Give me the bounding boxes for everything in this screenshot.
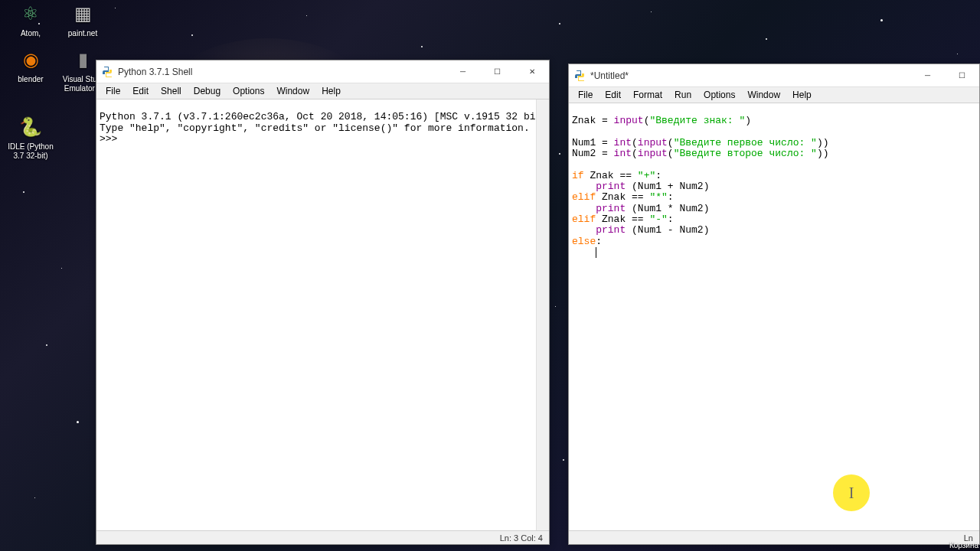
python-icon bbox=[101, 66, 113, 78]
menubar: File Edit Format Run Options Window Help bbox=[569, 87, 979, 103]
python-shell-window: Python 3.7.1 Shell ─ ☐ ✕ File Edit Shell… bbox=[96, 60, 550, 545]
paintnet-icon: ▦ bbox=[69, 0, 96, 28]
code-editor[interactable]: Znak = input("Введите знак: ") Num1 = in… bbox=[569, 103, 979, 530]
menu-format[interactable]: Format bbox=[627, 88, 668, 102]
editor-window: *Untitled* ─ ☐ File Edit Format Run Opti… bbox=[568, 64, 980, 545]
menu-debug[interactable]: Debug bbox=[188, 84, 227, 98]
desktop-icon-paintnet[interactable]: ▦paint.net bbox=[58, 0, 107, 38]
scrollbar[interactable] bbox=[536, 99, 549, 530]
cursor-position: Ln: 3 Col: 4 bbox=[500, 533, 543, 543]
cursor-highlight: I bbox=[833, 474, 870, 511]
menu-help[interactable]: Help bbox=[786, 88, 818, 102]
maximize-button[interactable]: ☐ bbox=[480, 60, 514, 83]
shell-output[interactable]: Python 3.7.1 (v3.7.1:260ec2c36a, Oct 20 … bbox=[96, 99, 549, 530]
desktop-icon-atom[interactable]: ⚛Atom, bbox=[6, 0, 55, 38]
minimize-button[interactable]: ─ bbox=[446, 60, 480, 83]
menu-file[interactable]: File bbox=[100, 84, 126, 98]
menu-window[interactable]: Window bbox=[270, 84, 315, 98]
menu-window[interactable]: Window bbox=[741, 88, 786, 102]
menu-edit[interactable]: Edit bbox=[126, 84, 155, 98]
minimize-button[interactable]: ─ bbox=[910, 64, 945, 86]
statusbar: Ln bbox=[569, 530, 979, 544]
shell-banner-line2: Type "help", "copyright", "credits" or "… bbox=[100, 122, 530, 134]
close-button[interactable]: ✕ bbox=[514, 60, 549, 83]
shell-prompt: >>> bbox=[100, 133, 123, 145]
titlebar[interactable]: Python 3.7.1 Shell ─ ☐ ✕ bbox=[96, 60, 549, 83]
icon-label: Atom, bbox=[6, 29, 55, 38]
text-caret bbox=[596, 247, 596, 258]
desktop-icon-blender[interactable]: ◉blender bbox=[6, 46, 55, 84]
menu-help[interactable]: Help bbox=[315, 84, 347, 98]
icon-label: blender bbox=[6, 75, 55, 84]
shell-banner-line1: Python 3.7.1 (v3.7.1:260ec2c36a, Oct 20 … bbox=[100, 111, 549, 122]
desktop-icon-idle[interactable]: 🐍IDLE (Python 3.7 32-bit) bbox=[6, 113, 55, 161]
menu-edit[interactable]: Edit bbox=[599, 88, 627, 102]
blender-icon: ◉ bbox=[17, 46, 44, 73]
menu-run[interactable]: Run bbox=[668, 88, 697, 102]
maximize-button[interactable]: ☐ bbox=[945, 64, 979, 86]
titlebar[interactable]: *Untitled* ─ ☐ bbox=[569, 64, 979, 87]
menu-file[interactable]: File bbox=[572, 88, 599, 102]
menu-options[interactable]: Options bbox=[697, 88, 741, 102]
menu-shell[interactable]: Shell bbox=[155, 84, 188, 98]
menu-options[interactable]: Options bbox=[227, 84, 270, 98]
recycle-bin-label: Корзина bbox=[949, 541, 978, 549]
icon-label: paint.net bbox=[58, 29, 107, 38]
atom-icon: ⚛ bbox=[17, 0, 44, 28]
menubar: File Edit Shell Debug Options Window Hel… bbox=[96, 83, 549, 99]
statusbar: Ln: 3 Col: 4 bbox=[96, 530, 549, 544]
idle-icon: 🐍 bbox=[17, 113, 44, 141]
icon-label: IDLE (Python 3.7 32-bit) bbox=[6, 142, 55, 161]
vsemulator-icon: ▮ bbox=[69, 46, 96, 73]
python-icon bbox=[573, 70, 586, 82]
window-title: Python 3.7.1 Shell bbox=[118, 67, 446, 77]
window-title: *Untitled* bbox=[590, 70, 910, 81]
